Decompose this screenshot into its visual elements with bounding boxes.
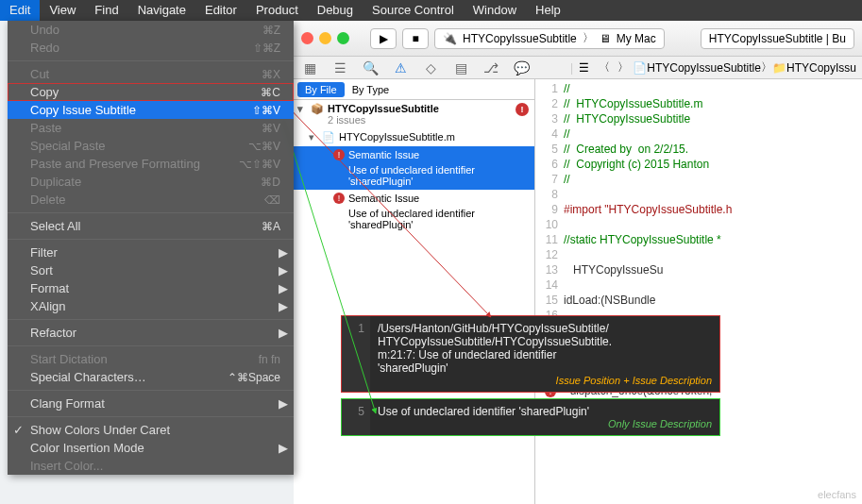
menu-item-label: Duplicate [30,175,81,189]
code-line: //static HTYCopyIssueSubtitle * [564,232,862,247]
menu-editor[interactable]: Editor [195,0,246,21]
menu-navigate[interactable]: Navigate [128,0,195,21]
menu-item-special-characters-[interactable]: Special Characters…⌃⌘Space [8,368,294,386]
menu-item-copy[interactable]: Copy⌘C [8,83,294,101]
project-nav-icon[interactable]: ▦ [299,60,320,76]
menu-item-special-paste: Special Paste⌥⌘V [8,137,294,155]
menu-item-label: Select All [30,219,80,233]
find-nav-icon[interactable]: 🔍 [360,60,380,76]
issue-title: Semantic Issue [348,149,419,160]
callout-line-number: 1 [342,316,370,392]
issue-row[interactable]: !Semantic Issue Use of undeclared identi… [294,146,534,190]
jump-crumb-0[interactable]: HTYCopyIssueSubtitle [647,61,761,75]
activity-text: HTYCopyIssueSubtitle | Bu [709,32,846,45]
menu-product[interactable]: Product [246,0,308,21]
issue-file-row[interactable]: ▾ 📄 HTYCopyIssueSubtitle.m [294,128,534,146]
disclosure-triangle-icon[interactable]: ▾ [297,103,303,115]
copy-output-callout: 1 /Users/Hanton/GitHub/HTYCopyIssueSubti… [342,316,719,392]
device-icon: 🖥 [600,32,611,45]
menu-item-undo: Undo⌘Z [8,21,294,39]
by-file-tab[interactable]: By File [297,82,345,97]
menu-shortcut: ⌘D [261,176,280,189]
line-number: 2 [535,96,558,111]
watermark: elecfans [818,489,856,500]
menu-item-label: Cut [30,67,49,81]
window-close-button[interactable] [301,32,313,44]
menu-find[interactable]: Find [85,0,127,21]
error-badge: ! [516,103,529,116]
menu-item-label: Delete [30,193,66,207]
menu-item-filter[interactable]: Filter▶ [8,244,294,261]
stop-button[interactable]: ■ [402,28,429,49]
error-icon: ! [333,193,345,204]
file-name: HTYCopyIssueSubtitle.m [339,131,455,143]
chevron-right-icon: 〉 [583,30,594,46]
run-button[interactable]: ▶ [370,28,397,49]
forward-button[interactable]: 〉 [614,59,633,76]
checkmark-icon: ✓ [13,423,24,437]
menu-item-copy-issue-subtitle[interactable]: Copy Issue Subtitle⇧⌘V [8,101,294,119]
menu-item-insert-color-: Insert Color... [8,457,294,475]
related-items-icon[interactable]: ☰ [573,61,595,75]
test-nav-icon[interactable]: ◇ [420,60,441,76]
menu-view[interactable]: View [40,0,85,21]
debug-nav-icon[interactable]: ▤ [450,60,471,76]
code-line [564,277,862,293]
menu-item-sort[interactable]: Sort▶ [8,261,294,279]
line-number: 13 [535,262,558,277]
menu-item-xalign[interactable]: XAlign▶ [8,297,294,315]
code-line: // HTYCopyIssueSubtitle.m [564,96,862,111]
window-zoom-button[interactable] [337,32,349,44]
menu-item-duplicate: Duplicate⌘D [8,173,294,191]
menu-item-label: Clang Format [30,396,105,411]
menu-item-select-all[interactable]: Select All⌘A [8,217,294,235]
menu-item-label: Copy [30,85,59,99]
by-type-tab[interactable]: By Type [345,82,397,97]
window-minimize-button[interactable] [319,32,331,44]
code-line: // [564,126,862,142]
menu-item-cut: Cut⌘X [8,65,294,83]
back-button[interactable]: 〈 [595,59,614,76]
menu-item-label: Undo [30,23,59,37]
issue-description: Use of undeclared identifier 'sharedPlug… [333,208,529,230]
callout-line-number: 5 [342,399,370,435]
issue-navigator: By File By Type ▾ 📦 HTYCopyIssueSubtitle… [294,79,535,504]
submenu-arrow-icon: ▶ [279,245,288,260]
file-icon: 📄 [322,131,335,143]
code-line: // [564,81,862,96]
menu-window[interactable]: Window [464,0,526,21]
menu-help[interactable]: Help [526,0,570,21]
issue-project-row[interactable]: ▾ 📦 HTYCopyIssueSubtitle 2 issues ! [294,100,534,128]
menu-edit[interactable]: Edit [0,0,40,21]
issue-row[interactable]: !Semantic Issue Use of undeclared identi… [294,190,534,233]
menu-item-label: XAlign [30,299,66,313]
submenu-arrow-icon: ▶ [279,326,288,340]
menu-item-clang-format[interactable]: Clang Format▶ [8,395,294,412]
menu-item-show-colors-under-caret[interactable]: ✓Show Colors Under Caret [8,421,294,439]
menu-item-label: Filter [30,245,58,260]
code-line: // Created by on 2/2/15. [564,142,862,157]
submenu-arrow-icon: ▶ [279,441,288,455]
menu-shortcut: ⌫ [264,193,280,207]
callout-label: Issue Position + Issue Description [378,375,712,386]
menu-source-control[interactable]: Source Control [363,0,464,21]
code-body[interactable]: //// HTYCopyIssueSubtitle.m// HTYCopyIss… [564,79,862,504]
issue-nav-icon[interactable]: ⚠ [390,60,411,76]
menu-shortcut: ⌘C [261,86,280,99]
jump-crumb-1[interactable]: HTYCopyIssu [786,61,856,75]
scheme-selector[interactable]: 🔌 HTYCopyIssueSubtitle 〉 🖥 My Mac [434,28,665,49]
menu-item-color-insertion-mode[interactable]: Color Insertion Mode▶ [8,439,294,457]
menu-item-refactor[interactable]: Refactor▶ [8,324,294,342]
menu-item-format[interactable]: Format▶ [8,279,294,297]
callout-text: Use of undeclared identifier 'sharedPlug… [378,405,589,418]
report-nav-icon[interactable]: 💬 [511,60,532,76]
code-line: idLoad:(NSBundle [564,293,862,308]
issue-title: Semantic Issue [348,193,419,204]
breakpoint-nav-icon[interactable]: ⎇ [481,60,501,76]
menu-debug[interactable]: Debug [308,0,363,21]
disclosure-triangle-icon[interactable]: ▾ [309,131,314,143]
code-editor[interactable]: 1234567891011121314151617181920!2122 ///… [535,79,862,504]
symbol-nav-icon[interactable]: ☰ [330,60,350,76]
issue-filter-tabs: By File By Type [294,79,534,100]
submenu-arrow-icon: ▶ [279,281,288,295]
